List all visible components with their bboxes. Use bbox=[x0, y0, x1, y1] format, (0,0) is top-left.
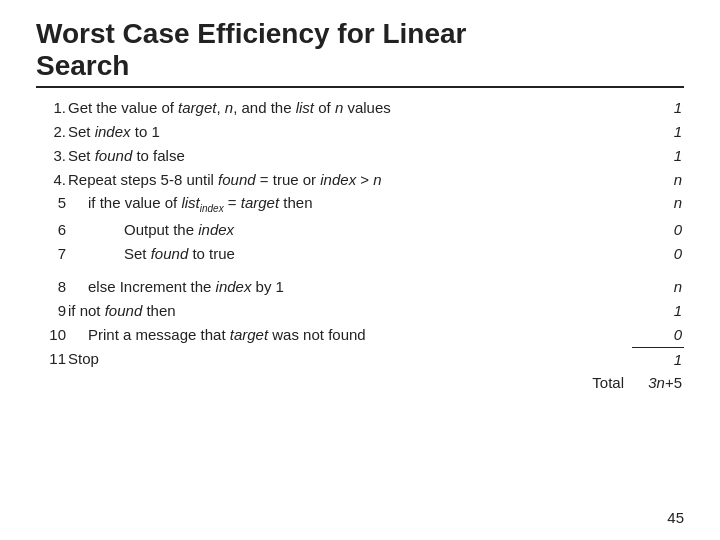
table-row: 11Stop1 bbox=[36, 347, 684, 371]
step-cost: n bbox=[632, 275, 684, 299]
table-row: 3.Set found to false1 bbox=[36, 144, 684, 168]
title-line1: Worst Case Efficiency for Linear bbox=[36, 18, 467, 49]
step-number: 1. bbox=[36, 96, 68, 120]
step-number bbox=[36, 371, 68, 395]
step-cost: 3n+5 bbox=[632, 371, 684, 395]
table-row: 1.Get the value of target, n, and the li… bbox=[36, 96, 684, 120]
step-cost: 1 bbox=[632, 299, 684, 323]
step-number: 3. bbox=[36, 144, 68, 168]
step-content: Get the value of target, n, and the list… bbox=[68, 96, 632, 120]
table-row: 5if the value of listindex = target then… bbox=[36, 191, 684, 218]
step-content: if not found then bbox=[68, 299, 632, 323]
step-cost: 1 bbox=[632, 120, 684, 144]
step-number: 9 bbox=[36, 299, 68, 323]
page: Worst Case Efficiency for Linear Search … bbox=[0, 0, 720, 540]
step-content: Repeat steps 5-8 until found = true or i… bbox=[68, 168, 632, 192]
step-cost: 0 bbox=[632, 323, 684, 347]
step-content: Set found to false bbox=[68, 144, 632, 168]
step-number: 10 bbox=[36, 323, 68, 347]
step-cost: n bbox=[632, 191, 684, 218]
table-row: 2.Set index to 11 bbox=[36, 120, 684, 144]
table-row: 9if not found then1 bbox=[36, 299, 684, 323]
step-cost: 1 bbox=[632, 144, 684, 168]
title-divider bbox=[36, 86, 684, 88]
title-line2: Search bbox=[36, 50, 129, 81]
step-number: 5 bbox=[36, 191, 68, 218]
step-content: Total bbox=[68, 371, 632, 395]
step-content: Stop bbox=[68, 347, 632, 371]
step-content: else Increment the index by 1 bbox=[68, 275, 632, 299]
step-cost: 0 bbox=[632, 218, 684, 242]
step-number: 4. bbox=[36, 168, 68, 192]
step-number: 11 bbox=[36, 347, 68, 371]
table-row: Total3n+5 bbox=[36, 371, 684, 395]
step-content: Set index to 1 bbox=[68, 120, 632, 144]
table-row: 8else Increment the index by 1n bbox=[36, 275, 684, 299]
page-number: 45 bbox=[667, 509, 684, 526]
table-row: 6Output the index0 bbox=[36, 218, 684, 242]
blank-row bbox=[36, 265, 684, 275]
step-content: Print a message that target was not foun… bbox=[68, 323, 632, 347]
step-content: Output the index bbox=[68, 218, 632, 242]
step-number: 2. bbox=[36, 120, 68, 144]
algorithm-table: 1.Get the value of target, n, and the li… bbox=[36, 96, 684, 395]
step-content: Set found to true bbox=[68, 242, 632, 266]
table-row: 7Set found to true0 bbox=[36, 242, 684, 266]
step-cost: 0 bbox=[632, 242, 684, 266]
step-number: 7 bbox=[36, 242, 68, 266]
step-cost: 1 bbox=[632, 96, 684, 120]
table-row: 4.Repeat steps 5-8 until found = true or… bbox=[36, 168, 684, 192]
step-content: if the value of listindex = target then bbox=[68, 191, 632, 218]
step-number: 6 bbox=[36, 218, 68, 242]
step-number: 8 bbox=[36, 275, 68, 299]
step-cost: n bbox=[632, 168, 684, 192]
step-cost: 1 bbox=[632, 347, 684, 371]
slide-title: Worst Case Efficiency for Linear Search bbox=[36, 18, 684, 82]
table-row: 10Print a message that target was not fo… bbox=[36, 323, 684, 347]
